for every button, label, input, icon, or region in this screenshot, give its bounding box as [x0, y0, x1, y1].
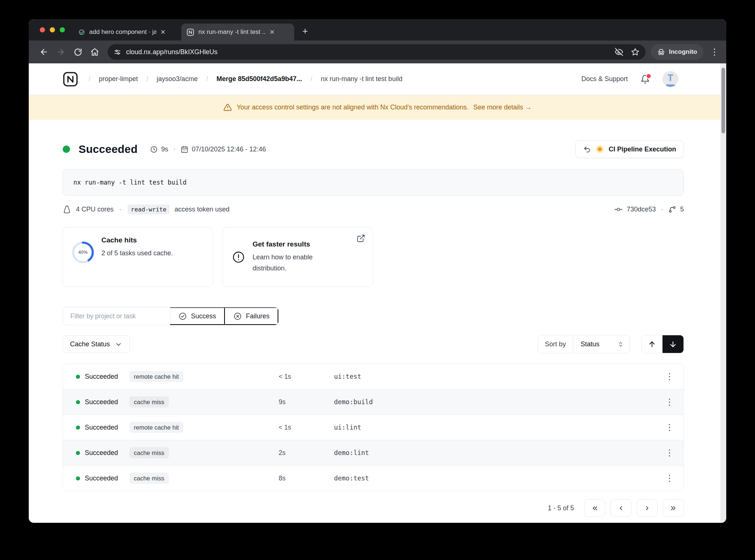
status-success-dot [63, 146, 70, 153]
breadcrumb-repo[interactable]: jaysoo3/acme [157, 75, 198, 83]
run-command-box: nx run-many -t lint test build [63, 169, 684, 196]
row-menu-icon[interactable]: ⋮ [662, 369, 677, 384]
url-text[interactable]: cloud.nx.app/runs/BkIXGHleUs [126, 48, 218, 56]
branch-count[interactable]: 5 [680, 206, 684, 213]
reload-button[interactable] [70, 44, 86, 60]
task-filter-input[interactable] [63, 307, 170, 325]
row-menu-icon[interactable]: ⋮ [662, 445, 677, 460]
row-duration: < 1s [279, 424, 334, 431]
chevron-down-icon [115, 340, 122, 348]
close-window-button[interactable] [40, 27, 45, 32]
sort-ascending-button[interactable] [641, 335, 662, 353]
cache-status-badge: cache miss [129, 473, 169, 484]
undo-icon [583, 146, 591, 153]
access-token-badge: read-write [128, 204, 170, 214]
scrollbar-thumb[interactable] [721, 68, 725, 133]
row-status-label: Succeeded [85, 424, 118, 431]
minimize-window-button[interactable] [50, 27, 55, 32]
breadcrumb-separator: / [88, 75, 90, 83]
incognito-label: Incognito [669, 48, 697, 56]
forward-button[interactable] [53, 44, 69, 60]
breadcrumb-commit[interactable]: Merge 85d500f42d5a9b47... [216, 75, 302, 83]
home-button[interactable] [87, 44, 102, 60]
git-branch-icon [668, 206, 676, 213]
sort-field-select[interactable]: Status [573, 335, 630, 353]
table-row[interactable]: Succeeded remote cache hit < 1s ui:test … [63, 364, 683, 389]
tab-strip: add hero component · jaysoo ✕ nx run-man… [29, 19, 726, 41]
cache-percent-label: 40% [78, 250, 87, 255]
table-row[interactable]: Succeeded remote cache hit < 1s ui:lint … [63, 414, 683, 440]
row-menu-icon[interactable]: ⋮ [662, 471, 677, 486]
sort-direction-group [641, 335, 684, 353]
url-bar[interactable]: cloud.nx.app/runs/BkIXGHleUs [108, 44, 646, 60]
distribution-card[interactable]: Get faster results Learn how to enable d… [223, 227, 373, 287]
task-table: Succeeded remote cache hit < 1s ui:test … [63, 364, 684, 491]
tab-title: nx run-many -t lint test ... fro [198, 28, 265, 36]
browser-menu-icon[interactable]: ⋮ [710, 47, 719, 57]
chevrons-up-down-icon [617, 341, 624, 348]
tab-nx-run[interactable]: nx run-many -t lint test ... fro ✕ [181, 24, 294, 41]
first-page-button[interactable] [584, 499, 605, 517]
filter-success-button[interactable]: Success [170, 307, 225, 325]
row-menu-icon[interactable]: ⋮ [662, 395, 677, 409]
breadcrumb-separator: / [206, 75, 208, 83]
table-row[interactable]: Succeeded cache miss 9s demo:build ⋮ [63, 389, 683, 414]
avatar[interactable]: T [662, 71, 678, 87]
avatar-letter: T [662, 73, 678, 83]
row-task-name[interactable]: ui:lint [334, 424, 661, 431]
app-header: / proper-limpet / jaysoo3/acme / Merge 8… [29, 63, 726, 95]
sort-descending-button[interactable] [662, 335, 683, 353]
new-tab-button[interactable]: + [302, 25, 308, 37]
arrow-up-icon [648, 340, 656, 349]
notifications-button[interactable] [640, 74, 650, 84]
zoom-window-button[interactable] [60, 27, 65, 32]
row-menu-icon[interactable]: ⋮ [662, 420, 677, 435]
calendar-icon [181, 146, 188, 153]
cache-status-dropdown[interactable]: Cache Status [63, 335, 130, 353]
cache-status-badge: cache miss [129, 396, 169, 407]
table-row[interactable]: Succeeded cache miss 2s demo:lint ⋮ [63, 440, 683, 465]
row-task-name[interactable]: demo:lint [334, 449, 661, 456]
row-task-name[interactable]: ui:test [334, 373, 661, 380]
run-time-range: 07/10/2025 12:46 - 12:46 [181, 146, 266, 153]
row-task-name[interactable]: demo:test [334, 475, 661, 482]
prev-page-button[interactable] [610, 499, 632, 517]
preview-hidden-icon[interactable] [615, 48, 623, 56]
row-task-name[interactable]: demo:build [334, 398, 661, 406]
tab-close-icon[interactable]: ✕ [269, 28, 275, 36]
site-settings-icon[interactable] [114, 48, 121, 56]
run-duration: 9s [150, 146, 168, 153]
incognito-badge: Incognito [651, 44, 703, 60]
row-duration: 2s [279, 449, 334, 457]
last-page-button[interactable] [663, 499, 684, 517]
row-success-dot [76, 476, 80, 480]
row-duration: < 1s [279, 373, 334, 381]
commit-sha[interactable]: 730dce53 [627, 206, 656, 213]
tab-close-icon[interactable]: ✕ [160, 28, 166, 36]
sort-group: Sort by Status [537, 335, 630, 353]
row-duration: 9s [279, 398, 334, 406]
filter-failures-button[interactable]: Failures [225, 307, 278, 325]
pagination-range: 1 - 5 of 5 [548, 504, 574, 512]
run-meta-row: 4 CPU cores read-write access token used… [63, 204, 684, 214]
external-link-icon[interactable] [356, 234, 365, 243]
nx-cloud-logo[interactable] [63, 71, 78, 87]
row-status-label: Succeeded [85, 475, 118, 482]
breadcrumb-run[interactable]: nx run-many -t lint test build [321, 75, 402, 83]
chevron-right-icon [643, 504, 651, 512]
banner-details-link[interactable]: See more details → [473, 104, 532, 111]
summary-cards: 40% Cache hits 2 of 5 tasks used cache. … [63, 227, 684, 287]
table-row[interactable]: Succeeded cache miss 8s demo:test ⋮ [63, 465, 683, 491]
breadcrumb-workspace[interactable]: proper-limpet [99, 75, 138, 83]
docs-support-link[interactable]: Docs & Support [581, 75, 628, 83]
tab-pull-request[interactable]: add hero component · jaysoo ✕ [73, 24, 178, 41]
bookmark-star-icon[interactable] [631, 48, 640, 56]
avatar-shoulders [665, 84, 676, 87]
row-status-label: Succeeded [85, 449, 118, 457]
ci-pipeline-execution-button[interactable]: CI Pipeline Execution [575, 140, 684, 158]
next-page-button[interactable] [637, 499, 658, 517]
page-scrollbar[interactable] [720, 63, 726, 523]
chevrons-right-icon [669, 504, 677, 512]
back-button[interactable] [36, 44, 52, 60]
row-success-dot [76, 400, 80, 404]
